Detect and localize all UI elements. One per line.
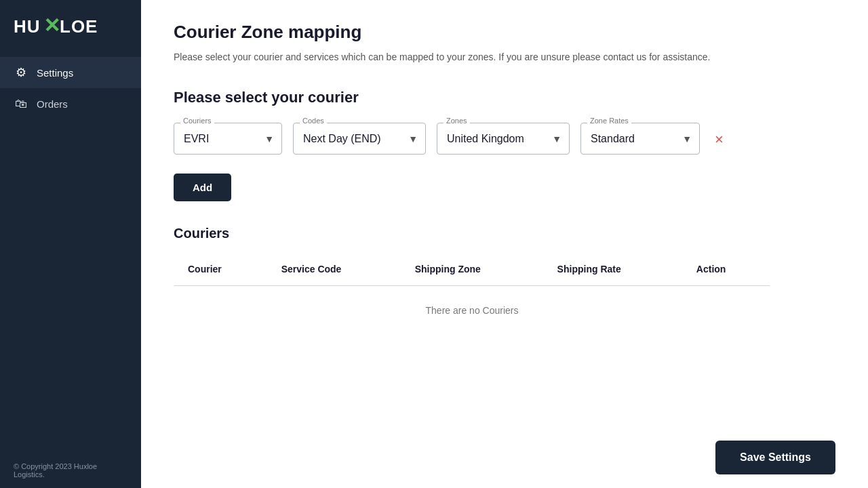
zone-rates-label: Zone Rates <box>587 117 631 125</box>
col-shipping-rate: Shipping Rate <box>544 253 683 286</box>
sidebar-item-orders-label: Orders <box>37 98 68 110</box>
couriers-select[interactable]: EVRI DPD Royal Mail DHL <box>174 123 282 155</box>
zones-select[interactable]: United Kingdom Europe International <box>437 123 570 155</box>
col-courier: Courier <box>174 253 268 286</box>
sidebar: HU ✕ LOE ⚙ Settings 🛍 Orders © Copyright… <box>0 0 141 488</box>
copyright-text: © Copyright 2023 Huxloe Logistics. <box>14 462 97 479</box>
zone-rates-select[interactable]: Standard Premium Economy <box>580 123 700 155</box>
col-action: Action <box>683 253 770 286</box>
couriers-table: Courier Service Code Shipping Zone Shipp… <box>174 252 770 336</box>
col-service-code: Service Code <box>268 253 401 286</box>
settings-icon: ⚙ <box>14 65 28 80</box>
codes-label: Codes <box>300 117 327 125</box>
svg-text:LOE: LOE <box>60 16 98 37</box>
save-btn-container: Save Settings <box>683 427 868 488</box>
couriers-table-title: Couriers <box>174 226 835 241</box>
page-description: Please select your courier and services … <box>174 49 743 64</box>
zones-label: Zones <box>443 117 470 125</box>
codes-select[interactable]: Next Day (END) Standard Express <box>293 123 426 155</box>
courier-section-title: Please select your courier <box>174 89 835 106</box>
main-content: Courier Zone mapping Please select your … <box>141 0 868 488</box>
sidebar-item-orders[interactable]: 🛍 Orders <box>0 88 141 119</box>
svg-text:✕: ✕ <box>43 14 60 37</box>
table-empty-message: There are no Couriers <box>174 286 770 336</box>
logo-svg: HU ✕ LOE <box>14 12 108 39</box>
couriers-wrapper: Couriers EVRI DPD Royal Mail DHL ▼ <box>174 123 282 155</box>
sidebar-footer: © Copyright 2023 Huxloe Logistics. <box>0 453 141 488</box>
courier-form-row: Couriers EVRI DPD Royal Mail DHL ▼ Codes… <box>174 123 835 155</box>
table-header-row: Courier Service Code Shipping Zone Shipp… <box>174 253 770 286</box>
zone-rates-wrapper: Zone Rates Standard Premium Economy ▼ <box>580 123 700 155</box>
codes-wrapper: Codes Next Day (END) Standard Express ▼ <box>293 123 426 155</box>
zones-wrapper: Zones United Kingdom Europe Internationa… <box>437 123 570 155</box>
sidebar-nav: ⚙ Settings 🛍 Orders <box>0 57 141 453</box>
sidebar-item-settings[interactable]: ⚙ Settings <box>0 57 141 88</box>
table-header: Courier Service Code Shipping Zone Shipp… <box>174 253 770 286</box>
clear-button[interactable]: × <box>711 128 728 151</box>
col-shipping-zone: Shipping Zone <box>401 253 544 286</box>
add-button[interactable]: Add <box>174 174 231 201</box>
logo-area: HU ✕ LOE <box>0 0 141 52</box>
couriers-label: Couriers <box>180 117 214 125</box>
page-title: Courier Zone mapping <box>174 22 835 43</box>
orders-icon: 🛍 <box>14 96 28 111</box>
sidebar-item-settings-label: Settings <box>37 67 73 79</box>
svg-text:HU: HU <box>14 16 41 37</box>
table-body: There are no Couriers <box>174 286 770 336</box>
save-settings-button[interactable]: Save Settings <box>715 441 835 474</box>
table-empty-row: There are no Couriers <box>174 286 770 336</box>
